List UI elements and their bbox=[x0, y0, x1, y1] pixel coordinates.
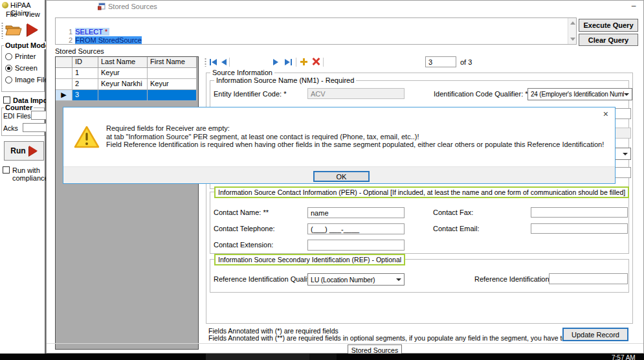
validation-message-dialog: × Required fields for Receiver are empty… bbox=[63, 107, 616, 184]
scroll-up-icon[interactable] bbox=[570, 21, 575, 25]
minimize-button[interactable]: – bbox=[625, 1, 643, 11]
radio-printer-circle[interactable] bbox=[5, 53, 12, 60]
taskbar-app-segment[interactable] bbox=[206, 354, 309, 360]
chevron-down-icon bbox=[396, 278, 401, 281]
col-header-id[interactable]: ID bbox=[72, 57, 98, 68]
source-information-title: Source Information bbox=[210, 69, 274, 76]
record-navigator: of 3 bbox=[204, 56, 437, 69]
edi-files-label: EDI Files bbox=[3, 112, 31, 120]
id-qualifier-label: Identification Code Qualifier: * bbox=[434, 90, 528, 98]
editor-scrollbar[interactable] bbox=[568, 18, 576, 44]
status-strip-divider bbox=[47, 343, 643, 344]
entity-identifier-input bbox=[307, 88, 405, 99]
clock: 7:57 AM bbox=[612, 354, 636, 360]
acks-input[interactable] bbox=[23, 123, 47, 132]
col-header-first-name[interactable]: First Name bbox=[148, 57, 197, 68]
move-first-icon[interactable] bbox=[210, 58, 217, 67]
radio-image-file-circle[interactable] bbox=[5, 76, 12, 84]
table-row-selected[interactable]: ▶ 3 bbox=[56, 90, 198, 101]
acks-label: Acks bbox=[3, 124, 18, 132]
sql-query-editor[interactable]: 1SELECT * 2FROM StoredSource bbox=[55, 17, 577, 45]
ok-button[interactable]: OK bbox=[313, 171, 370, 182]
contact-fax-input[interactable] bbox=[531, 207, 628, 218]
contact-extension-label: Contact Extension: bbox=[214, 241, 273, 249]
dialog-message: Required fields for Receiver are empty: … bbox=[106, 124, 611, 149]
radio-image-file[interactable]: Image File bbox=[5, 76, 48, 84]
ref-qualifier-select[interactable]: LU (Location Number) bbox=[307, 273, 405, 286]
contact-email-input[interactable] bbox=[531, 223, 628, 234]
move-previous-icon[interactable] bbox=[221, 58, 227, 67]
sql-from-clause: FROM StoredSource bbox=[75, 36, 142, 44]
id-qualifier-select[interactable]: 24 (Employer's Identification Number) bbox=[527, 88, 632, 100]
optional-segments-note: Fields Annotated with (**) are required … bbox=[208, 334, 605, 342]
row-marker-icon[interactable]: ▶ bbox=[56, 90, 72, 101]
taskbar-app-segment[interactable] bbox=[309, 354, 337, 360]
navigator-grip bbox=[205, 58, 206, 67]
contact-name-label: Contact Name: ** bbox=[214, 208, 269, 216]
taskbar[interactable]: 7:57 AM bbox=[0, 354, 644, 360]
grid-header-row: ID Last Name First Name bbox=[56, 57, 198, 68]
ref-title-highlighted: Information Source Secondary Identificat… bbox=[214, 254, 405, 265]
move-last-icon[interactable] bbox=[285, 58, 292, 67]
run-with-compliance-checkbox[interactable]: Run with compliance bbox=[3, 166, 43, 182]
reference-id-input[interactable] bbox=[549, 273, 628, 284]
chevron-down-icon bbox=[623, 153, 628, 155]
radio-screen-circle[interactable] bbox=[5, 65, 12, 72]
scroll-down-icon[interactable] bbox=[570, 38, 575, 41]
run-button[interactable]: Run bbox=[4, 141, 44, 161]
update-record-button[interactable]: Update Record bbox=[562, 328, 628, 341]
delete-record-icon[interactable] bbox=[312, 58, 320, 65]
radio-printer[interactable]: Printer bbox=[5, 52, 36, 60]
grid-group-label: Stored Sources bbox=[55, 47, 104, 55]
table-row[interactable]: 1 Keyur bbox=[56, 68, 198, 79]
counter-group: Counter EDI Files Acks bbox=[1, 107, 45, 136]
stored-sources-grid[interactable]: ID Last Name First Name 1 Keyur 2 Keyur … bbox=[55, 56, 199, 350]
output-mode-group: Output Mode Printer Screen Image File bbox=[1, 45, 45, 92]
run-play-icon bbox=[29, 146, 38, 156]
toolbar bbox=[0, 20, 46, 41]
contact-telephone-input[interactable] bbox=[307, 223, 405, 234]
window-title: Stored Sources bbox=[108, 3, 157, 10]
table-row[interactable]: 2 Keyur Narkhi Keyur bbox=[56, 79, 198, 90]
entity-identifier-label: Entity Identifier Code: * bbox=[214, 90, 287, 98]
execute-query-button[interactable]: Execute Query bbox=[579, 19, 638, 32]
menu-view[interactable]: View bbox=[25, 10, 40, 18]
toolbar-grip bbox=[1, 22, 3, 39]
add-record-icon[interactable] bbox=[300, 58, 307, 65]
move-next-icon[interactable] bbox=[273, 58, 278, 67]
edi-files-input[interactable] bbox=[31, 111, 47, 120]
col-header-last-name[interactable]: Last Name bbox=[98, 57, 148, 68]
hipaa-claim-window: HiPAA Claim File View Output Mode Printe… bbox=[0, 0, 46, 354]
chevron-down-icon bbox=[624, 93, 629, 96]
window-icon bbox=[98, 3, 105, 10]
per-title-highlighted: Information Source Contact Information (… bbox=[214, 186, 629, 198]
line-number: 2 bbox=[66, 36, 72, 44]
open-folder-icon[interactable] bbox=[5, 23, 22, 36]
app-logo-icon bbox=[2, 2, 8, 8]
dialog-close-icon[interactable]: × bbox=[603, 109, 608, 119]
warning-icon bbox=[74, 126, 100, 149]
run-icon[interactable] bbox=[27, 23, 38, 36]
nm1-title: Information Source Name (NM1) - Required bbox=[214, 76, 356, 84]
record-count-label: of 3 bbox=[460, 58, 472, 66]
record-position-input[interactable] bbox=[425, 56, 456, 67]
contact-fax-label: Contact Fax: bbox=[433, 208, 473, 216]
contact-name-input[interactable] bbox=[307, 207, 405, 218]
reference-id-label: Reference Identification: ** bbox=[474, 275, 559, 283]
menu-file[interactable]: File bbox=[6, 10, 17, 18]
clear-query-button[interactable]: Clear Query bbox=[579, 34, 638, 46]
output-mode-title: Output Mode bbox=[4, 41, 50, 49]
radio-screen[interactable]: Screen bbox=[5, 64, 38, 72]
contact-telephone-label: Contact Telephone: bbox=[214, 225, 275, 232]
counter-title: Counter bbox=[4, 104, 34, 111]
contact-extension-input[interactable] bbox=[307, 240, 405, 251]
contact-email-label: Contact Email: bbox=[433, 225, 480, 232]
